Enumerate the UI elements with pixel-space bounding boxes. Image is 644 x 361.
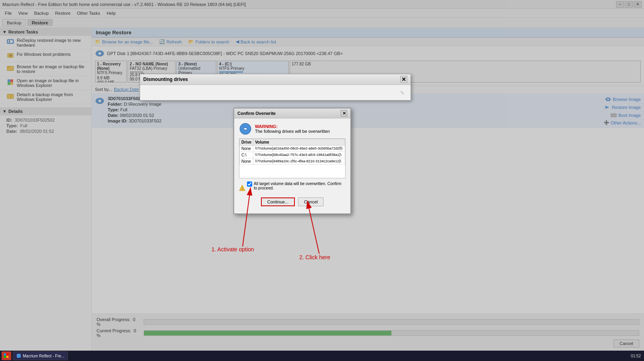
- dismounting-title-bar: Dismounting drives ✕: [140, 74, 411, 85]
- warning-icon: [239, 122, 252, 135]
- svg-rect-32: [6, 356, 8, 358]
- warning-header: WARNING: The following drives will be ov…: [239, 122, 346, 135]
- table-row: C:\ \\?\Volume{68c45aa2-757c-43e3-afc9-1…: [240, 152, 345, 158]
- confirm-checkbox-row: All target volume data will be overwritt…: [247, 181, 346, 190]
- taskbar-app-icon: [16, 353, 21, 358]
- svg-rect-31: [4, 356, 6, 358]
- svg-point-23: [245, 128, 246, 130]
- volume-table: Drive Volume None \\?\Volume{a016a450-08…: [239, 139, 345, 165]
- confirm-title-bar: Confirm Overwrite ✕: [234, 108, 350, 118]
- taskbar-start-btn[interactable]: [2, 351, 11, 360]
- dismounting-status-text: [146, 90, 148, 95]
- warn-triangle-icon: !: [239, 185, 245, 191]
- warning-row: ! All target volume data will be overwri…: [239, 181, 346, 194]
- table-row: None \\?\Volume{a016a450-08c0-46e2-a8e5-…: [240, 146, 345, 152]
- col-volume: Volume: [253, 139, 345, 146]
- svg-rect-33: [17, 354, 21, 358]
- continue-button[interactable]: Continue...: [261, 197, 295, 206]
- warning-text-block: WARNING: The following drives will be ov…: [255, 124, 330, 134]
- svg-rect-30: [6, 353, 8, 355]
- confirm-title: Confirm Overwrite: [237, 111, 276, 116]
- dismounting-body: ⤡: [140, 85, 411, 100]
- dismounting-resize-icon: ⤡: [400, 90, 404, 95]
- taskbar-app-item[interactable]: Macrium Reflect - Fre...: [13, 351, 68, 360]
- taskbar-right: 01:52: [631, 354, 642, 358]
- dismounting-close-btn[interactable]: ✕: [400, 76, 407, 83]
- volume-table-wrapper: Drive Volume None \\?\Volume{a016a450-08…: [239, 138, 346, 178]
- svg-text:!: !: [242, 187, 243, 191]
- taskbar: Macrium Reflect - Fre... 01:52: [0, 351, 644, 361]
- warning-label: WARNING:: [255, 124, 330, 129]
- confirm-checkbox[interactable]: [247, 181, 252, 187]
- table-row: None \\?\Volume{9489a10c-1f5c-4fea-8210-…: [240, 158, 345, 165]
- confirm-close-btn[interactable]: ✕: [341, 110, 347, 116]
- dialog-cancel-button[interactable]: Cancel: [298, 197, 324, 206]
- windows-logo-icon: [4, 353, 9, 359]
- confirm-dialog: Confirm Overwrite ✕ WARNING: The followi…: [233, 108, 351, 214]
- col-drive: Drive: [240, 139, 253, 146]
- svg-rect-29: [4, 353, 6, 355]
- confirm-body: WARNING: The following drives will be ov…: [234, 118, 350, 213]
- confirm-checkbox-label: All target volume data will be overwritt…: [254, 181, 346, 190]
- taskbar-app-label: Macrium Reflect - Fre...: [23, 354, 64, 358]
- confirm-buttons: Continue... Cancel: [239, 197, 346, 209]
- taskbar-time: 01:52: [631, 354, 641, 358]
- dismounting-title: Dismounting drives: [143, 77, 188, 82]
- warning-text: The following drives will be overwritten: [255, 129, 330, 134]
- dismounting-dialog: Dismounting drives ✕ ⤡: [140, 74, 411, 101]
